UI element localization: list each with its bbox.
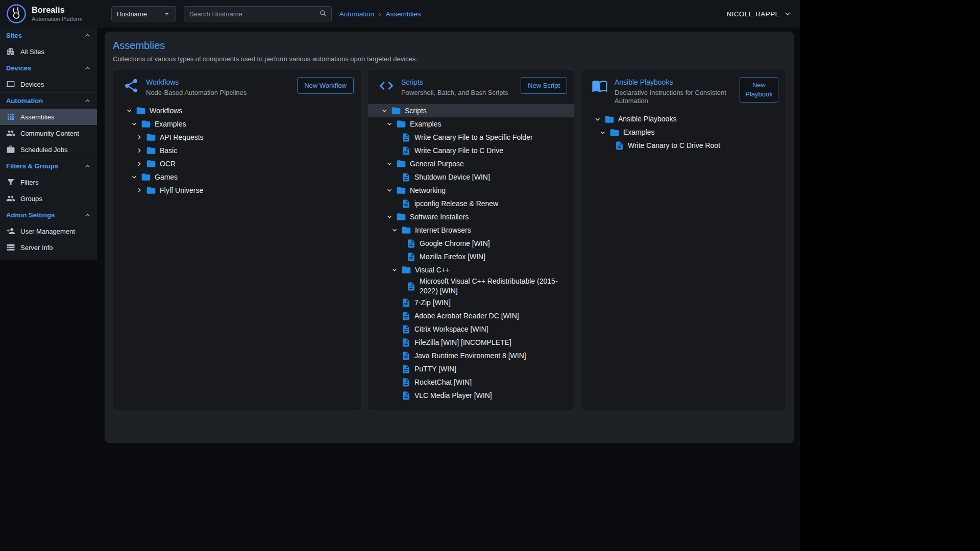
tree-file-write-canary-file-to-c-drive[interactable]: Write Canary File to C Drive <box>368 144 574 157</box>
app-window: Borealis Automation Platform Hostname Au… <box>0 0 800 551</box>
tree-file-google-chrome-win[interactable]: Google Chrome [WIN] <box>368 237 574 250</box>
tree-file-microsoft-visual-c-redistributable-2015-2022-win[interactable]: Microsoft Visual C++ Redistributable (20… <box>368 277 574 296</box>
chevron-down-icon[interactable] <box>380 107 388 115</box>
tree-file-vlc-media-player-win[interactable]: VLC Media Player [WIN] <box>368 389 574 402</box>
tree-file-rocketchat-win[interactable]: RocketChat [WIN] <box>368 375 574 389</box>
chevron-down-icon[interactable] <box>390 266 399 274</box>
workflows-card-header: Workflows Node-Based Automation Pipeline… <box>113 70 361 100</box>
tree-file-write-canary-to-c-drive-root[interactable]: Write Canary to C Drive Root <box>581 139 786 153</box>
tree-file-ipconfig-release-renew[interactable]: ipconfig Release & Renew <box>368 197 574 210</box>
main-panel: Assemblies Collections of various types … <box>105 32 794 443</box>
breadcrumb-link-automation[interactable]: Automation <box>339 10 374 18</box>
workflows-tree: WorkflowsExamplesAPI RequestsBasicOCRGam… <box>113 100 361 204</box>
chevron-right-icon[interactable] <box>135 146 143 155</box>
new-script-button[interactable]: New Script <box>521 77 567 94</box>
tree-folder-flyff-universe[interactable]: Flyff Universe <box>113 184 361 197</box>
sidebar-item-server-info[interactable]: Server Info <box>0 239 97 256</box>
search-icon[interactable] <box>319 9 328 18</box>
tree-folder-basic[interactable]: Basic <box>113 144 361 157</box>
tree-chevron-slot <box>135 146 143 155</box>
tree-file-mozilla-firefox-win[interactable]: Mozilla Firefox [WIN] <box>368 250 574 263</box>
chevron-right-icon[interactable] <box>135 186 143 194</box>
tree-folder-visual-c[interactable]: Visual C++ <box>368 263 574 277</box>
search-input[interactable] <box>184 6 332 21</box>
tree-item-label: Games <box>154 172 178 182</box>
sidebar-item-groups[interactable]: Groups <box>0 190 97 207</box>
sidebar-item-label: Filters <box>20 179 38 186</box>
chevron-down-icon[interactable] <box>594 115 602 123</box>
chevron-down-icon[interactable] <box>130 173 138 181</box>
tree-chevron-slot <box>135 186 143 194</box>
tree-item-label: Google Chrome [WIN] <box>419 239 490 248</box>
scripts-card-header: Scripts Powershell, Batch, and Bash Scri… <box>368 70 574 100</box>
tree-folder-games[interactable]: Games <box>113 170 361 184</box>
file-icon <box>401 146 411 156</box>
tree-item-label: Adobe Acrobat Reader DC [WIN] <box>413 311 519 321</box>
sidebar-section-header-sites[interactable]: Sites <box>0 28 97 43</box>
chevron-right-icon[interactable] <box>135 160 143 168</box>
tree-folder-software-installers[interactable]: Software Installers <box>368 210 574 223</box>
sidebar-item-user-management[interactable]: User Management <box>0 223 97 239</box>
chevron-up-icon <box>83 162 92 170</box>
chevron-down-icon[interactable] <box>385 186 394 194</box>
sidebar-section-automation: AutomationAssembliesCommunity ContentSch… <box>0 92 97 158</box>
sidebar-item-label: All Sites <box>20 48 44 56</box>
breadcrumb-current-assemblies[interactable]: Assemblies <box>385 10 421 18</box>
tree-file-adobe-acrobat-reader-dc-win[interactable]: Adobe Acrobat Reader DC [WIN] <box>368 309 574 322</box>
tree-folder-scripts[interactable]: Scripts <box>368 104 574 117</box>
chevron-down-icon[interactable] <box>385 160 394 168</box>
tree-folder-examples[interactable]: Examples <box>368 117 574 131</box>
tree-folder-ansible-playbooks[interactable]: Ansible Playbooks <box>581 113 786 126</box>
chevron-down-icon[interactable] <box>599 129 607 137</box>
sidebar-item-community-content[interactable]: Community Content <box>0 125 97 141</box>
tree-item-label: API Requests <box>159 133 204 142</box>
chevron-down-icon[interactable] <box>125 107 133 115</box>
sidebar-section-header-filters-groups[interactable]: Filters & Groups <box>0 158 97 174</box>
tree-folder-examples[interactable]: Examples <box>113 117 361 131</box>
tree-item-label: Basic <box>159 146 177 156</box>
chevron-right-icon[interactable] <box>135 133 143 141</box>
tree-file-putty-win[interactable]: PuTTY [WIN] <box>368 362 574 375</box>
tree-file-write-canary-file-to-a-specific-folder[interactable]: Write Canary File to a Specific Folder <box>368 131 574 144</box>
tree-file-citrix-workspace-win[interactable]: Citrix Workspace [WIN] <box>368 322 574 336</box>
tree-file-7-zip-win[interactable]: 7-Zip [WIN] <box>368 296 574 309</box>
chevron-down-icon[interactable] <box>385 213 394 221</box>
sidebar-item-devices[interactable]: Devices <box>0 76 97 92</box>
sidebar-item-scheduled-jobs[interactable]: Scheduled Jobs <box>0 141 97 158</box>
sidebar-section-header-automation[interactable]: Automation <box>0 93 97 109</box>
sidebar-item-filters[interactable]: Filters <box>0 174 97 190</box>
user-menu[interactable]: NICOLE RAPPE <box>726 9 792 18</box>
new-workflow-button[interactable]: New Workflow <box>297 77 354 94</box>
assemblies-cards: Workflows Node-Based Automation Pipeline… <box>113 70 786 410</box>
tree-folder-ocr[interactable]: OCR <box>113 157 361 170</box>
tree-item-label: PuTTY [WIN] <box>413 364 456 374</box>
tree-file-shutdown-device-win[interactable]: Shutdown Device [WIN] <box>368 170 574 184</box>
chevron-down-icon[interactable] <box>130 120 138 128</box>
tree-folder-workflows[interactable]: Workflows <box>113 104 361 117</box>
tree-folder-examples[interactable]: Examples <box>581 126 786 139</box>
sidebar-item-all-sites[interactable]: All Sites <box>0 43 97 60</box>
tree-file-filezilla-win-incomplete[interactable]: FileZilla [WIN] [INCOMPLETE] <box>368 336 574 349</box>
new-playbook-button[interactable]: New Playbook <box>740 77 778 103</box>
sidebar-section-devices: DevicesDevices <box>0 60 97 92</box>
tree-item-label: Workflows <box>149 106 182 116</box>
folder-icon <box>141 119 151 129</box>
sidebar-section-header-admin-settings[interactable]: Admin Settings <box>0 207 97 223</box>
sidebar-item-assemblies[interactable]: Assemblies <box>0 109 97 125</box>
tree-folder-api-requests[interactable]: API Requests <box>113 131 361 144</box>
sidebar: SitesAll SitesDevicesDevicesAutomationAs… <box>0 28 97 260</box>
tree-file-java-runtime-environment-8-win[interactable]: Java Runtime Environment 8 [WIN] <box>368 349 574 362</box>
tree-folder-networking[interactable]: Networking <box>368 184 574 197</box>
grid-icon <box>6 112 15 121</box>
people-icon <box>6 129 15 138</box>
tree-folder-general-purpose[interactable]: General Purpose <box>368 157 574 170</box>
chevron-down-icon[interactable] <box>390 226 399 234</box>
chevron-up-icon <box>83 96 92 105</box>
tree-item-label: General Purpose <box>409 159 464 169</box>
sidebar-section-header-devices[interactable]: Devices <box>0 60 97 76</box>
hostname-select[interactable]: Hostname <box>111 6 176 21</box>
tree-folder-internet-browsers[interactable]: Internet Browsers <box>368 223 574 237</box>
chevron-down-icon[interactable] <box>385 120 394 128</box>
tree-chevron-slot <box>390 226 399 234</box>
tree-item-label: 7-Zip [WIN] <box>413 298 451 308</box>
